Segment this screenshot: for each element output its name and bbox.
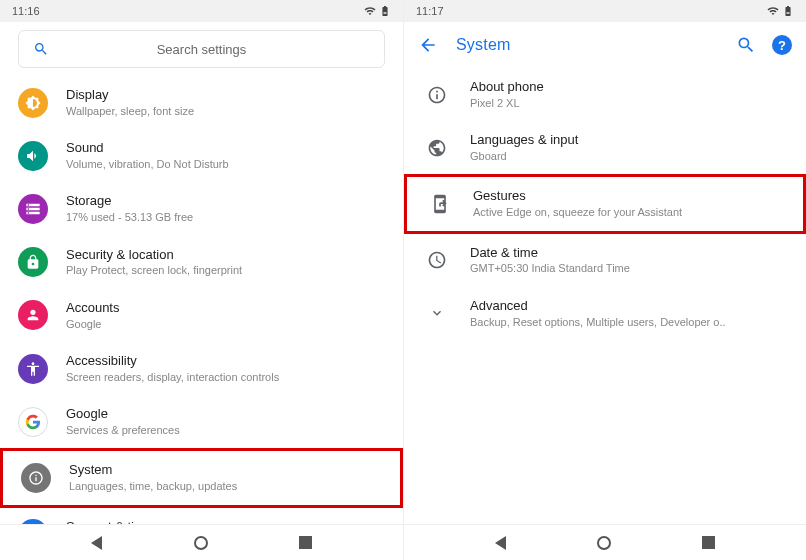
row-title: Sound [66, 140, 385, 157]
nav-recents-button[interactable] [702, 536, 715, 549]
search-button[interactable] [736, 35, 756, 55]
row-title: System [69, 462, 382, 479]
row-title: Google [66, 406, 385, 423]
row-sub: GMT+05:30 India Standard Time [470, 261, 788, 275]
row-sub: Active Edge on, squeeze for your Assista… [473, 205, 785, 219]
system-item-about-phone[interactable]: About phone Pixel 2 XL [404, 68, 806, 121]
nav-bar [0, 524, 403, 560]
system-list: About phone Pixel 2 XL Languages & input… [404, 68, 806, 524]
settings-item-system[interactable]: System Languages, time, backup, updates [0, 448, 403, 507]
back-button[interactable] [418, 35, 438, 55]
row-sub: Backup, Reset options, Multiple users, D… [470, 315, 788, 329]
status-bar: 11:16 [0, 0, 403, 22]
row-title: Date & time [470, 245, 788, 262]
status-time: 11:16 [12, 5, 40, 17]
accounts-icon [18, 300, 48, 330]
row-title: Display [66, 87, 385, 104]
wifi-icon [767, 5, 779, 17]
status-icons [364, 5, 391, 17]
row-sub: 17% used - 53.13 GB free [66, 210, 385, 224]
row-title: Accessibility [66, 353, 385, 370]
row-body: Date & time GMT+05:30 India Standard Tim… [470, 245, 788, 276]
nav-home-button[interactable] [597, 536, 611, 550]
system-item-gestures[interactable]: Gestures Active Edge on, squeeze for you… [404, 174, 806, 233]
row-body: Display Wallpaper, sleep, font size [66, 87, 385, 118]
battery-icon [379, 5, 391, 17]
chevron-down-icon [422, 298, 452, 328]
row-body: Security & location Play Protect, screen… [66, 247, 385, 278]
settings-item-support[interactable]: Support & tips Help articles, phone & ch… [0, 508, 403, 525]
row-title: Storage [66, 193, 385, 210]
settings-item-storage[interactable]: Storage 17% used - 53.13 GB free [0, 182, 403, 235]
row-body: Gestures Active Edge on, squeeze for you… [473, 188, 785, 219]
nav-back-button[interactable] [91, 536, 102, 550]
globe-icon [422, 133, 452, 163]
row-sub: Pixel 2 XL [470, 96, 788, 110]
row-sub: Google [66, 317, 385, 331]
sound-icon [18, 141, 48, 171]
settings-item-accessibility[interactable]: Accessibility Screen readers, display, i… [0, 342, 403, 395]
app-bar: System ? [404, 22, 806, 68]
row-body: Languages & input Gboard [470, 132, 788, 163]
row-sub: Volume, vibration, Do Not Disturb [66, 157, 385, 171]
system-icon [21, 463, 51, 493]
settings-item-google[interactable]: Google Services & preferences [0, 395, 403, 448]
row-body: Accessibility Screen readers, display, i… [66, 353, 385, 384]
row-title: Accounts [66, 300, 385, 317]
search-settings[interactable]: Search settings [18, 30, 385, 68]
settings-item-accounts[interactable]: Accounts Google [0, 289, 403, 342]
status-bar: 11:17 [404, 0, 806, 22]
row-title: Gestures [473, 188, 785, 205]
row-title: Languages & input [470, 132, 788, 149]
nav-bar [404, 524, 806, 560]
security-icon [18, 247, 48, 277]
nav-recents-button[interactable] [299, 536, 312, 549]
row-title: Advanced [470, 298, 788, 315]
row-body: Google Services & preferences [66, 406, 385, 437]
info-icon [422, 80, 452, 110]
row-sub: Services & preferences [66, 423, 385, 437]
row-body: Accounts Google [66, 300, 385, 331]
row-body: Advanced Backup, Reset options, Multiple… [470, 298, 788, 329]
system-settings-screen: 11:17 System ? About phone Pixel 2 XL La… [403, 0, 806, 560]
settings-item-security[interactable]: Security & location Play Protect, screen… [0, 236, 403, 289]
system-item-advanced[interactable]: Advanced Backup, Reset options, Multiple… [404, 287, 806, 340]
google-icon [18, 407, 48, 437]
row-sub: Languages, time, backup, updates [69, 479, 382, 493]
row-title: Security & location [66, 247, 385, 264]
settings-list: Display Wallpaper, sleep, font size Soun… [0, 76, 403, 524]
row-sub: Play Protect, screen lock, fingerprint [66, 263, 385, 277]
nav-back-button[interactable] [495, 536, 506, 550]
row-sub: Wallpaper, sleep, font size [66, 104, 385, 118]
row-body: About phone Pixel 2 XL [470, 79, 788, 110]
storage-icon [18, 194, 48, 224]
nav-home-button[interactable] [194, 536, 208, 550]
gestures-icon [425, 189, 455, 219]
system-item-languages[interactable]: Languages & input Gboard [404, 121, 806, 174]
search-container: Search settings [0, 22, 403, 76]
row-sub: Gboard [470, 149, 788, 163]
status-time: 11:17 [416, 5, 444, 17]
display-icon [18, 88, 48, 118]
app-bar-actions: ? [736, 35, 792, 55]
settings-main-screen: 11:16 Search settings Display Wallpaper,… [0, 0, 403, 560]
help-button[interactable]: ? [772, 35, 792, 55]
page-title: System [456, 36, 511, 54]
settings-item-sound[interactable]: Sound Volume, vibration, Do Not Disturb [0, 129, 403, 182]
settings-item-display[interactable]: Display Wallpaper, sleep, font size [0, 76, 403, 129]
wifi-icon [364, 5, 376, 17]
status-icons [767, 5, 794, 17]
battery-icon [782, 5, 794, 17]
system-item-date-time[interactable]: Date & time GMT+05:30 India Standard Tim… [404, 234, 806, 287]
row-body: System Languages, time, backup, updates [69, 462, 382, 493]
search-placeholder: Search settings [33, 42, 370, 57]
accessibility-icon [18, 354, 48, 384]
row-title: About phone [470, 79, 788, 96]
row-sub: Screen readers, display, interaction con… [66, 370, 385, 384]
row-body: Sound Volume, vibration, Do Not Disturb [66, 140, 385, 171]
clock-icon [422, 245, 452, 275]
row-body: Storage 17% used - 53.13 GB free [66, 193, 385, 224]
